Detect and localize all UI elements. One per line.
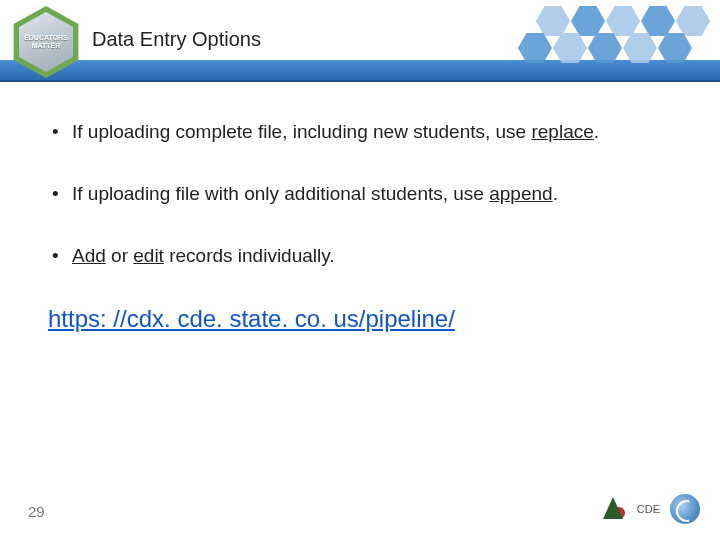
keyword-edit: edit	[133, 245, 164, 266]
pipeline-link[interactable]: https: //cdx. cde. state. co. us/pipelin…	[48, 305, 672, 333]
hexagon-decoration	[500, 0, 720, 78]
bullet-text: If uploading file with only additional s…	[72, 183, 489, 204]
bullet-text: .	[594, 121, 599, 142]
footer-logos: CDE	[599, 494, 700, 524]
keyword-replace: replace	[531, 121, 593, 142]
slide-title: Data Entry Options	[92, 28, 261, 51]
bullet-item: If uploading complete file, including ne…	[48, 120, 672, 144]
cde-label: CDE	[637, 503, 660, 515]
keyword-append: append	[489, 183, 552, 204]
bullet-text: records individually.	[164, 245, 335, 266]
logo-text-line1: EDUCATORS	[24, 34, 68, 42]
bullet-list: If uploading complete file, including ne…	[48, 120, 672, 267]
educators-matter-logo: EDUCATORS MATTER	[10, 6, 82, 78]
logo-text-line2: MATTER	[32, 42, 61, 50]
bullet-text: If uploading complete file, including ne…	[72, 121, 531, 142]
keyword-add: Add	[72, 245, 106, 266]
cde-round-icon	[670, 494, 700, 524]
colorado-tree-icon	[599, 495, 627, 523]
bullet-text: .	[553, 183, 558, 204]
bullet-text: or	[106, 245, 133, 266]
bullet-item: If uploading file with only additional s…	[48, 182, 672, 206]
bullet-item: Add or edit records individually.	[48, 244, 672, 268]
page-number: 29	[28, 503, 45, 520]
slide-content: If uploading complete file, including ne…	[0, 90, 720, 333]
slide-header: EDUCATORS MATTER Data Entry Options	[0, 0, 720, 90]
